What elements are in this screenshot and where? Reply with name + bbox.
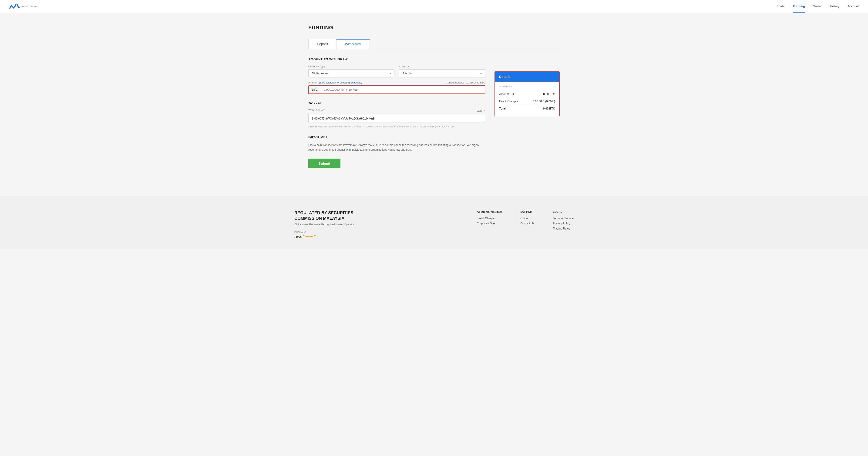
details-amount-label: Amount BTC bbox=[499, 93, 515, 96]
details-amount-value: 0.00 BTC bbox=[543, 93, 555, 96]
wallet-address-label-row: Wallet Address Valid ✓ bbox=[308, 108, 485, 113]
footer-col-about: About Marketplace Fee & Charges Corporat… bbox=[477, 210, 502, 232]
tab-withdrawal[interactable]: Withdrawal bbox=[336, 39, 370, 49]
amount-label-left: Amount (BTC Withdraw Processing Schedule… bbox=[308, 81, 362, 84]
details-total-value: 0.00 BTC bbox=[543, 107, 555, 110]
wallet-note: Note: Please ensure the wallet address e… bbox=[308, 125, 485, 129]
nav-history[interactable]: History bbox=[830, 0, 839, 12]
footer-legal-title: LEGAL bbox=[553, 210, 574, 214]
aws-smile-icon bbox=[302, 235, 316, 237]
wallet-section-heading: WALLET bbox=[308, 101, 485, 104]
current-balance: Current Balance: 0.08560650 BTC bbox=[446, 81, 485, 84]
footer-regulated-line1: REGULATED BY SECURITIES bbox=[294, 210, 463, 216]
logo-icon bbox=[9, 3, 20, 10]
currency-type-group: Currency Type Digital Asset bbox=[308, 65, 395, 77]
aws-text: aws bbox=[294, 233, 302, 239]
amount-label: Amount bbox=[308, 81, 317, 84]
aws-logo: aws bbox=[294, 233, 463, 239]
wallet-address-label: Wallet Address bbox=[308, 108, 325, 111]
currency-label: Currency bbox=[399, 65, 485, 68]
footer-link-trading-rules[interactable]: Trading Rules bbox=[553, 227, 574, 230]
valid-text: Valid bbox=[476, 109, 482, 112]
nav-account[interactable]: Account bbox=[848, 0, 859, 12]
footer-regulated-sub: Digital Asset Exchange Recognised Market… bbox=[294, 223, 463, 226]
footer-support-title: SUPPORT bbox=[520, 210, 534, 214]
form-and-details: AMOUNT TO WITHDRAW Currency Type Digital… bbox=[308, 58, 560, 168]
submit-button[interactable]: Submit bbox=[308, 159, 340, 168]
form-section: AMOUNT TO WITHDRAW Currency Type Digital… bbox=[308, 58, 485, 168]
footer-inner: REGULATED BY SECURITIES COMMISSION MALAY… bbox=[294, 210, 574, 239]
details-row-total: Total 0.00 BTC bbox=[499, 105, 555, 112]
footer-links: About Marketplace Fee & Charges Corporat… bbox=[477, 210, 574, 232]
important-text: Blockchain transactions are irreversible… bbox=[308, 143, 485, 152]
footer-col-support: SUPPORT Guide Contact Us bbox=[520, 210, 534, 232]
details-summary-label: SUMMARY bbox=[499, 85, 555, 88]
footer-left: REGULATED BY SECURITIES COMMISSION MALAY… bbox=[294, 210, 463, 239]
footer-link-tos[interactable]: Terms of Service bbox=[553, 217, 574, 220]
footer-about-title: About Marketplace bbox=[477, 210, 502, 214]
footer-aws: powered by aws bbox=[294, 230, 463, 239]
tabs: Deposit Withdrawal bbox=[308, 39, 560, 49]
page-title: FUNDING bbox=[308, 25, 560, 31]
footer-link-corporate[interactable]: Corporate Site bbox=[477, 222, 502, 225]
details-panel: Details SUMMARY Amount BTC 0.00 BTC Fee … bbox=[495, 71, 560, 116]
amount-currency-prefix: BTC bbox=[309, 86, 321, 94]
important-heading: IMPORTANT bbox=[308, 135, 485, 139]
wallet-valid-badge: Valid ✓ bbox=[476, 109, 485, 112]
main-content: FUNDING Deposit Withdrawal AMOUNT TO WIT… bbox=[294, 13, 574, 187]
details-total-label: Total bbox=[499, 107, 506, 110]
logo-text: MARKETPLACE bbox=[22, 5, 38, 8]
details-row-amount: Amount BTC 0.00 BTC bbox=[499, 91, 555, 98]
wallet-section: WALLET Wallet Address Valid ✓ Note: Plea… bbox=[308, 101, 485, 129]
footer-link-privacy[interactable]: Privacy Policy bbox=[553, 222, 574, 225]
footer-powered-by: powered by bbox=[294, 230, 463, 233]
logo: MARKETPLACE bbox=[9, 3, 38, 10]
checkmark-icon: ✓ bbox=[483, 109, 485, 112]
footer-link-contact[interactable]: Contact Us bbox=[520, 222, 534, 225]
details-fee-value: 0.00 BTC (0.00%) bbox=[533, 100, 555, 103]
currency-type-label: Currency Type bbox=[308, 65, 395, 68]
main-nav: Trade Funding Wallet History Account bbox=[777, 0, 859, 12]
currency-row: Currency Type Digital Asset Currency Bit… bbox=[308, 65, 485, 77]
tab-deposit[interactable]: Deposit bbox=[308, 39, 337, 49]
footer-regulated-line2: COMMISSION MALAYSIA bbox=[294, 216, 463, 221]
amount-schedule-link[interactable]: (BTC Withdraw Processing Schedule) bbox=[319, 81, 362, 84]
details-body: SUMMARY Amount BTC 0.00 BTC Fee & Charge… bbox=[495, 82, 559, 116]
header: MARKETPLACE Trade Funding Wallet History… bbox=[0, 0, 868, 13]
footer-col-legal: LEGAL Terms of Service Privacy Policy Tr… bbox=[553, 210, 574, 232]
currency-type-select[interactable]: Digital Asset bbox=[308, 69, 395, 77]
details-row-fee: Fee & Charges 0.00 BTC (0.00%) bbox=[499, 98, 555, 105]
amount-label-row: Amount (BTC Withdraw Processing Schedule… bbox=[308, 81, 485, 84]
currency-group: Currency Bitcoin bbox=[399, 65, 485, 77]
nav-trade[interactable]: Trade bbox=[777, 0, 784, 12]
footer: REGULATED BY SECURITIES COMMISSION MALAY… bbox=[0, 196, 868, 249]
wallet-address-input[interactable] bbox=[308, 114, 485, 123]
amount-section: AMOUNT TO WITHDRAW Currency Type Digital… bbox=[308, 58, 485, 94]
details-panel-header: Details bbox=[495, 72, 559, 82]
amount-input[interactable] bbox=[321, 86, 485, 94]
nav-funding[interactable]: Funding bbox=[793, 0, 805, 12]
footer-regulated: REGULATED BY SECURITIES COMMISSION MALAY… bbox=[294, 210, 463, 221]
details-fee-label: Fee & Charges bbox=[499, 100, 518, 103]
footer-link-guide[interactable]: Guide bbox=[520, 217, 534, 220]
important-section: IMPORTANT Blockchain transactions are ir… bbox=[308, 135, 485, 152]
currency-select[interactable]: Bitcoin bbox=[399, 69, 485, 77]
footer-link-fee[interactable]: Fee & Charges bbox=[477, 217, 502, 220]
nav-wallet[interactable]: Wallet bbox=[813, 0, 822, 12]
amount-input-wrapper: BTC bbox=[308, 85, 485, 94]
amount-section-heading: AMOUNT TO WITHDRAW bbox=[308, 58, 485, 61]
